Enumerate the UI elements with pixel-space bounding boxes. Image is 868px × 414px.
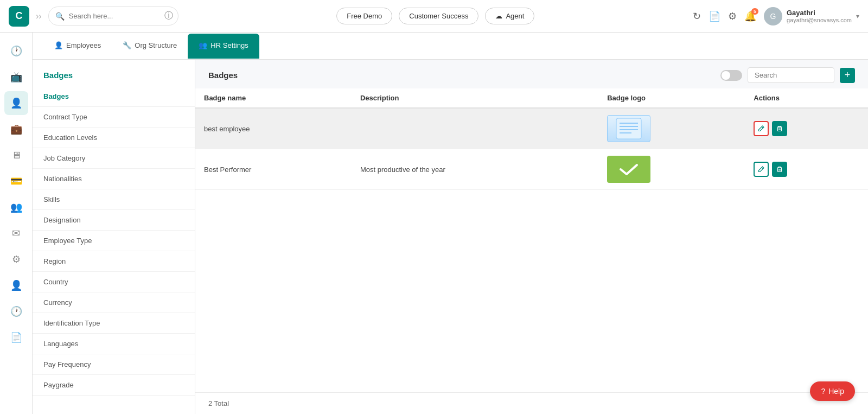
settings-item-designation[interactable]: Designation — [33, 210, 195, 231]
tab-hr-settings[interactable]: 👥 HR Settings — [188, 34, 259, 59]
hr-settings-icon: 👥 — [199, 41, 207, 49]
badge-logo-check — [607, 156, 650, 183]
icon-sidebar: 🕐 📺 👤 💼 🖥 💳 👥 ✉ ⚙ 👤 🕐 📄 — [0, 33, 33, 414]
document-icon[interactable]: 📄 — [709, 10, 720, 22]
tab-org-label: Org Structure — [135, 41, 177, 49]
add-button[interactable]: + — [840, 68, 855, 83]
help-label: Help — [828, 387, 844, 396]
sidebar-item-doc[interactable]: 📄 — [4, 326, 28, 349]
table-row: Best Performer Most productive of the ye… — [195, 149, 868, 190]
settings-item-paygrade[interactable]: Paygrade — [33, 375, 195, 396]
help-icon: ? — [821, 387, 825, 396]
panel-header-right: + — [720, 67, 855, 83]
nav-right: ↻ 📄 ⚙ 🔔 5 G Gayathri gayathri@snovasys.c… — [693, 7, 859, 26]
avatar: G — [764, 7, 782, 26]
cell-badge-name: best employee — [195, 108, 352, 149]
agent-label: Agent — [506, 12, 524, 20]
user-menu[interactable]: G Gayathri gayathri@snovasys.com ▾ — [764, 7, 859, 26]
sidebar-item-person[interactable]: 👤 — [4, 91, 28, 115]
nav-center: Free Demo Customer Success ☁ Agent — [185, 8, 686, 24]
settings-item-job-category[interactable]: Job Category — [33, 148, 195, 169]
col-badge-name: Badge name — [195, 88, 352, 108]
sidebar-item-gear[interactable]: ⚙ — [4, 247, 28, 271]
help-button[interactable]: ? Help — [810, 381, 855, 401]
settings-item-currency[interactable]: Currency — [33, 292, 195, 313]
cell-badge-name: Best Performer — [195, 149, 352, 190]
tab-employees[interactable]: 👤 Employees — [43, 34, 112, 59]
settings-item-pay-frequency[interactable]: Pay Frequency — [33, 354, 195, 375]
main-layout: 🕐 📺 👤 💼 🖥 💳 👥 ✉ ⚙ 👤 🕐 📄 👤 Employees 🔧 Or… — [0, 33, 868, 414]
action-buttons-2 — [754, 162, 859, 177]
top-nav: C ›› 🔍 ⓘ Free Demo Customer Success ☁ Ag… — [0, 0, 868, 33]
settings-item-country[interactable]: Country — [33, 272, 195, 292]
panel-search-input[interactable] — [748, 67, 834, 83]
edit-button-1[interactable] — [754, 121, 769, 136]
delete-button-1[interactable] — [772, 121, 787, 136]
col-badge-logo: Badge logo — [598, 88, 745, 108]
settings-item-education-levels[interactable]: Education Levels — [33, 128, 195, 148]
content-area: 👤 Employees 🔧 Org Structure 👥 HR Setting… — [33, 33, 868, 414]
agent-button[interactable]: ☁ Agent — [485, 8, 534, 24]
sidebar-item-clock[interactable]: 🕐 — [4, 39, 28, 63]
info-icon[interactable]: ⓘ — [164, 10, 173, 22]
refresh-icon[interactable]: ↻ — [693, 10, 701, 22]
svg-rect-5 — [778, 128, 782, 131]
settings-sidebar-title: Badges — [33, 66, 195, 86]
edit-button-2[interactable] — [754, 162, 769, 177]
sidebar-item-clock2[interactable]: 🕐 — [4, 300, 28, 323]
settings-item-skills[interactable]: Skills — [33, 189, 195, 210]
sidebar-item-desktop[interactable]: 🖥 — [4, 143, 28, 167]
settings-item-languages[interactable]: Languages — [33, 334, 195, 354]
delete-button-2[interactable] — [772, 162, 787, 177]
panel-title: Badges — [208, 71, 238, 80]
user-email: gayathri@snovasys.com — [787, 17, 852, 23]
main-panel: Badges + Badge name Description — [195, 60, 868, 414]
settings-item-nationalities[interactable]: Nationalities — [33, 169, 195, 189]
toggle-switch[interactable] — [720, 70, 742, 81]
settings-item-contract-type[interactable]: Contract Type — [33, 107, 195, 128]
user-name: Gayathri — [787, 9, 852, 17]
sidebar-item-briefcase[interactable]: 💼 — [4, 117, 28, 141]
badges-table: Badge name Description Badge logo Action… — [195, 88, 868, 190]
tab-org-structure[interactable]: 🔧 Org Structure — [112, 34, 188, 59]
sidebar-item-mail[interactable]: ✉ — [4, 221, 28, 245]
inner-layout: Badges Badges Contract Type Education Le… — [33, 60, 868, 414]
cell-actions-2 — [745, 149, 868, 190]
panel-header: Badges + — [195, 60, 868, 88]
table-row: best employee — [195, 108, 868, 149]
badge-logo-document — [607, 115, 650, 142]
cell-description: Most productive of the year — [352, 149, 598, 190]
nav-expander-icon[interactable]: ›› — [36, 11, 42, 21]
sidebar-item-tv[interactable]: 📺 — [4, 65, 28, 89]
app-logo: C — [9, 6, 29, 27]
settings-item-badges[interactable]: Badges — [33, 86, 195, 107]
tab-bar: 👤 Employees 🔧 Org Structure 👥 HR Setting… — [33, 33, 868, 60]
settings-item-region[interactable]: Region — [33, 251, 195, 272]
free-demo-button[interactable]: Free Demo — [336, 8, 392, 24]
customer-success-button[interactable]: Customer Success — [399, 8, 478, 24]
cell-description — [352, 108, 598, 149]
notification-icon[interactable]: 🔔 5 — [744, 10, 756, 22]
top-search-bar: 🔍 ⓘ — [48, 7, 178, 26]
settings-item-employee-type[interactable]: Employee Type — [33, 231, 195, 251]
employees-icon: 👤 — [54, 41, 63, 49]
top-search-input[interactable] — [69, 12, 160, 20]
org-icon: 🔧 — [123, 41, 131, 49]
cell-badge-logo — [598, 108, 745, 149]
sidebar-item-card[interactable]: 💳 — [4, 169, 28, 193]
sidebar-item-user2[interactable]: 👤 — [4, 273, 28, 297]
logo-letter: C — [16, 10, 23, 22]
settings-sidebar: Badges Badges Contract Type Education Le… — [33, 60, 195, 414]
cell-badge-logo — [598, 149, 745, 190]
settings-item-identification-type[interactable]: Identification Type — [33, 313, 195, 334]
total-count: 2 Total — [208, 399, 229, 407]
svg-rect-0 — [616, 118, 641, 139]
badge-logo-cell-2 — [607, 156, 736, 183]
cloud-icon: ☁ — [495, 12, 502, 20]
table-container: Badge name Description Badge logo Action… — [195, 88, 868, 392]
chevron-down-icon: ▾ — [856, 12, 859, 20]
sidebar-item-group[interactable]: 👥 — [4, 195, 28, 219]
settings-icon[interactable]: ⚙ — [728, 10, 737, 22]
action-buttons — [754, 121, 859, 136]
panel-footer: 2 Total — [195, 392, 868, 414]
